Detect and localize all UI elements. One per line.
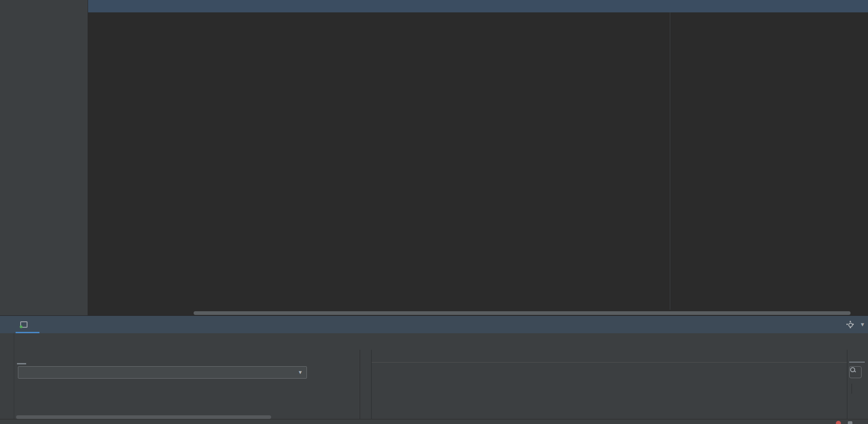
ide-window: ▼ ▼ — [0, 0, 868, 424]
hide-panel-icon[interactable]: ▼ — [860, 321, 865, 328]
variables-header — [372, 350, 847, 363]
project-panel — [0, 0, 88, 315]
memory-search-box[interactable] — [849, 366, 862, 378]
memory-tab-underline — [849, 362, 865, 363]
debug-left-toolbar — [0, 333, 14, 424]
decompiler-banner — [88, 0, 868, 12]
column-divider[interactable] — [851, 384, 852, 394]
frames-panel: ▼ — [14, 350, 360, 424]
error-notification-icon[interactable] — [836, 421, 841, 424]
tab-threads[interactable] — [29, 350, 44, 364]
tab-frames[interactable] — [14, 350, 29, 364]
thread-selector-row: ▼ — [14, 364, 360, 380]
right-margin-guide — [670, 12, 670, 310]
event-log-icon[interactable] — [848, 421, 852, 424]
memory-panel — [847, 350, 868, 424]
thread-dropdown[interactable]: ▼ — [18, 366, 307, 379]
tab-memory[interactable] — [847, 350, 868, 363]
editor-panel[interactable] — [88, 0, 868, 315]
variables-side-toolbar — [360, 350, 372, 424]
code-lines — [88, 12, 868, 18]
memory-column-headers — [847, 384, 868, 394]
frames-horizontal-scrollbar[interactable] — [16, 415, 271, 419]
chevron-down-icon: ▼ — [298, 369, 303, 375]
gear-icon[interactable] — [847, 321, 853, 328]
status-bar — [0, 419, 868, 424]
debug-header-icons: ▼ — [847, 316, 865, 333]
editor-horizontal-scrollbar[interactable] — [194, 311, 851, 315]
debug-toolbar — [16, 333, 868, 350]
tab-weblogicdebug[interactable] — [16, 316, 39, 333]
debug-config-icon — [20, 321, 28, 328]
frames-tabs — [14, 350, 44, 364]
debug-toolwindow: ▼ ▼ — [0, 315, 868, 424]
debug-header: ▼ — [0, 316, 868, 333]
variables-panel — [372, 350, 847, 424]
